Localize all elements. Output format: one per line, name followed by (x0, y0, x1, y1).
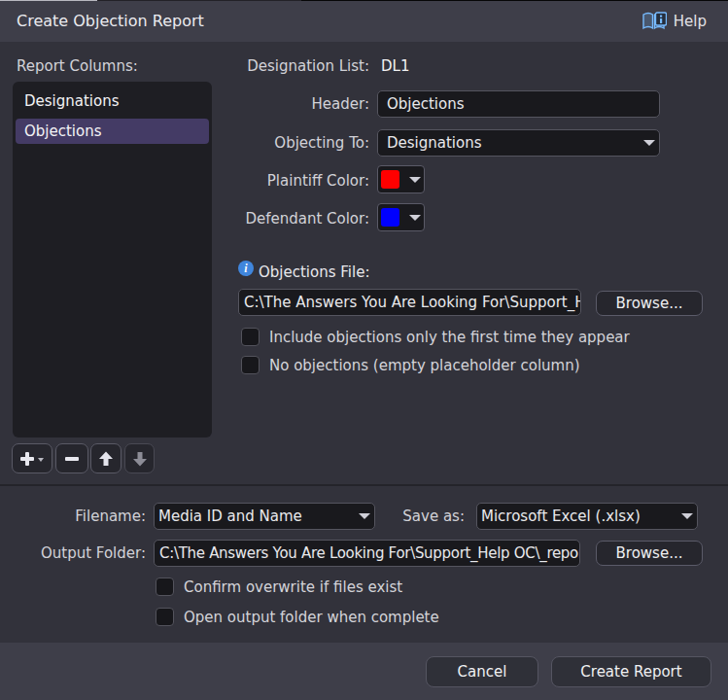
plaintiff-color-picker[interactable] (377, 165, 425, 193)
add-column-button[interactable] (12, 443, 52, 473)
report-columns-label: Report Columns: (17, 57, 138, 75)
filename-dropdown[interactable]: Media ID and Name (154, 503, 375, 530)
info-icon: i (238, 261, 254, 276)
no-objections-label: No objections (empty placeholder column) (269, 357, 580, 374)
chevron-down-icon (643, 140, 655, 146)
designation-list-label: Designation List: (233, 57, 369, 75)
titlebar: Create Objection Report Help (0, 0, 728, 42)
create-objection-report-dialog: Create Objection Report Help Report Colu… (0, 0, 728, 700)
include-first-time-label: Include objections only the first time t… (269, 329, 630, 346)
confirm-overwrite-label: Confirm overwrite if files exist (184, 578, 402, 596)
objections-file-input[interactable]: C:\The Answers You Are Looking For\Suppo… (238, 289, 581, 316)
move-down-button[interactable] (124, 443, 155, 473)
objections-file-browse-button[interactable]: Browse... (596, 291, 703, 316)
filename-label: Filename: (0, 508, 146, 525)
output-folder-browse-button[interactable]: Browse... (596, 541, 703, 566)
list-item-objections[interactable]: Objections (16, 119, 209, 144)
remove-column-button[interactable] (55, 443, 88, 473)
defendant-color-picker[interactable] (377, 203, 425, 231)
chevron-down-icon (409, 177, 421, 183)
save-as-dropdown[interactable]: Microsoft Excel (.xlsx) (476, 503, 698, 530)
output-folder-input[interactable]: C:\The Answers You Are Looking For\Suppo… (154, 540, 580, 567)
defendant-color-swatch (381, 208, 399, 227)
save-as-label: Save as: (387, 508, 465, 525)
chevron-down-icon (681, 513, 693, 519)
objecting-to-dropdown[interactable]: Designations (377, 129, 660, 157)
top-edge-artifact (0, 0, 728, 1)
include-first-time-checkbox[interactable] (241, 328, 260, 346)
plaintiff-color-swatch (381, 170, 399, 189)
help-label: Help (674, 13, 707, 30)
objecting-to-label: Objecting To: (233, 134, 369, 152)
objections-file-label: Objections File: (259, 263, 369, 281)
create-report-button[interactable]: Create Report (551, 656, 711, 687)
save-as-value: Microsoft Excel (.xlsx) (481, 508, 641, 525)
chevron-down-icon (359, 513, 370, 519)
report-columns-list[interactable]: Designations Objections (13, 82, 212, 438)
dialog-title: Create Objection Report (17, 0, 204, 42)
move-up-button[interactable] (90, 443, 121, 473)
objecting-to-value: Designations (387, 134, 482, 152)
open-folder-checkbox[interactable] (156, 608, 174, 626)
header-input[interactable]: Objections (377, 90, 660, 118)
minus-icon (64, 451, 80, 467)
plaintiff-color-label: Plaintiff Color: (233, 172, 369, 190)
arrow-up-icon (98, 451, 114, 467)
cancel-button[interactable]: Cancel (426, 656, 538, 687)
confirm-overwrite-checkbox[interactable] (156, 578, 174, 596)
list-item-designations[interactable]: Designations (16, 88, 209, 114)
chevron-down-icon (409, 215, 421, 221)
arrow-down-icon (132, 451, 148, 467)
footer: Cancel Create Report (0, 643, 728, 700)
no-objections-checkbox[interactable] (241, 356, 260, 374)
section-divider (0, 484, 728, 486)
output-folder-label: Output Folder: (0, 544, 146, 562)
designation-list-value: DL1 (381, 57, 409, 75)
help-button[interactable]: Help (642, 0, 707, 42)
header-label: Header: (233, 95, 369, 113)
defendant-color-label: Defendant Color: (233, 210, 369, 228)
open-folder-label: Open output folder when complete (184, 609, 439, 626)
help-book-icon (642, 12, 667, 30)
plus-icon (19, 451, 45, 467)
filename-value: Media ID and Name (158, 508, 302, 525)
